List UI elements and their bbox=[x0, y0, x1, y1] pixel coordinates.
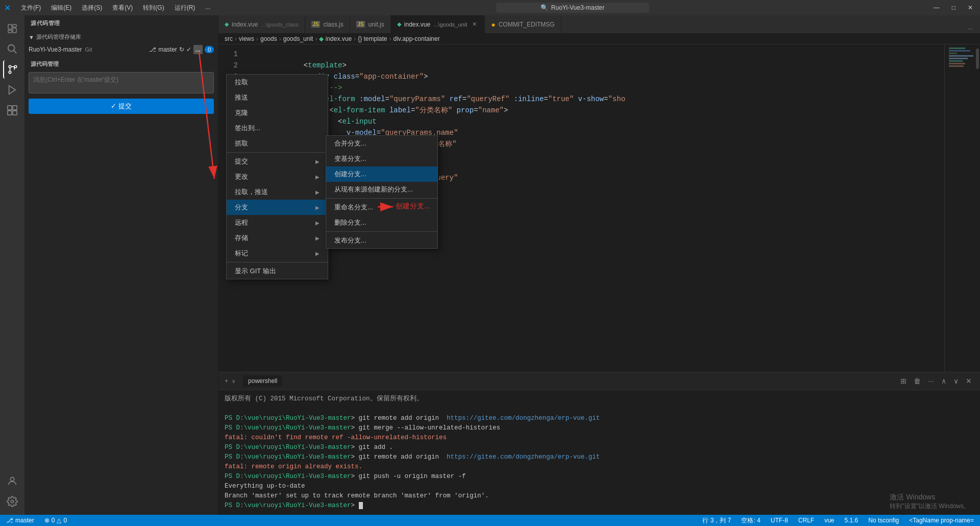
commit-message-input[interactable] bbox=[29, 72, 214, 93]
tab-class-js[interactable]: JS class.js bbox=[305, 15, 350, 33]
commit-button[interactable]: ✓ 提交 bbox=[29, 99, 214, 114]
submenu-item-merge[interactable]: 合并分支... bbox=[326, 136, 437, 151]
submenu-branch: 合并分支... 变基分支... 创建分支... 从现有来源创建新的分支... 重… bbox=[326, 135, 438, 249]
menu-goto[interactable]: 转到(G) bbox=[139, 3, 168, 13]
terminal-actions: ⊞ 🗑 ··· ∧ ∨ ✕ bbox=[898, 376, 974, 386]
menu-item-changes[interactable]: 更改▶ bbox=[227, 169, 328, 184]
status-branch-name: master bbox=[15, 517, 34, 524]
menu-item-fetch[interactable]: 抓取 bbox=[227, 136, 328, 151]
title-bar-search[interactable]: 🔍 RuoYi-Vue3-master bbox=[496, 3, 649, 13]
status-tag[interactable]: <TagName prop-name= bbox=[907, 517, 976, 524]
terminal-line-copyright: 版权所有 (C) 2015 Microsoft Corporation。保留所有… bbox=[225, 394, 974, 404]
title-bar-menu: 文件(F) 编辑(E) 选择(S) 查看(V) 转到(G) 运行(R) ... bbox=[17, 3, 214, 13]
terminal-line-9: Branch 'master' set up to track remote b… bbox=[225, 491, 974, 501]
terminal-tab[interactable]: + ∨ bbox=[225, 377, 239, 385]
terminal-line-6: fatal: remote origin already exists. bbox=[225, 462, 974, 472]
activity-icon-git[interactable] bbox=[3, 60, 21, 79]
tab-index-vue-goods-unit[interactable]: ◆ index.vue ...\goods_unit ✕ bbox=[391, 15, 485, 33]
menu-run[interactable]: 运行(R) bbox=[170, 3, 200, 13]
menu-item-checkout[interactable]: 签出到... bbox=[227, 121, 328, 136]
menu-item-stash[interactable]: 存储▶ bbox=[227, 230, 328, 246]
powershell-tab[interactable]: powershell bbox=[243, 375, 282, 387]
terminal-split-button[interactable]: ⊞ bbox=[898, 376, 909, 386]
menu-item-remote[interactable]: 远程▶ bbox=[227, 215, 328, 230]
menu-file[interactable]: 文件(F) bbox=[17, 3, 45, 13]
tab-icon-js-2: JS bbox=[356, 21, 365, 28]
tab-icon-js-1: JS bbox=[311, 21, 321, 28]
activity-icon-account[interactable] bbox=[3, 472, 21, 490]
submenu-item-rebase[interactable]: 变基分支... bbox=[326, 151, 437, 166]
error-count: 0 bbox=[52, 517, 55, 524]
status-line-ending[interactable]: CRLF bbox=[796, 517, 816, 524]
menu-item-show-git-output[interactable]: 显示 GIT 输出 bbox=[227, 264, 328, 279]
sync-icon[interactable]: ↻ bbox=[179, 46, 184, 53]
menu-more[interactable]: ... bbox=[201, 3, 214, 13]
status-branch[interactable]: ⎇ master bbox=[4, 517, 36, 524]
menu-item-tag[interactable]: 标记▶ bbox=[227, 246, 328, 261]
menu-item-pull[interactable]: 拉取 bbox=[227, 75, 328, 90]
breadcrumb-template[interactable]: {} template bbox=[358, 35, 387, 42]
tab-path-1: ...\goods_class bbox=[261, 21, 298, 28]
terminal-minimize-button[interactable]: ∨ bbox=[951, 376, 961, 386]
tab-label-4: index.vue bbox=[404, 21, 430, 28]
menu-item-branch[interactable]: 分支▶ bbox=[227, 200, 328, 215]
title-bar: ✕ 文件(F) 编辑(E) 选择(S) 查看(V) 转到(G) 运行(R) ..… bbox=[0, 0, 980, 15]
terminal-close-button[interactable]: ✕ bbox=[964, 376, 974, 386]
repo-name: RuoYi-Vue3-master bbox=[29, 46, 82, 53]
tab-close-button[interactable]: ✕ bbox=[470, 20, 478, 29]
status-errors[interactable]: ⊗ 0 △ 0 bbox=[42, 517, 69, 524]
more-options-button[interactable]: ... bbox=[193, 45, 203, 54]
status-tsconfig[interactable]: No tsconfig bbox=[866, 517, 901, 524]
terminal-more-button[interactable]: ··· bbox=[926, 376, 936, 386]
svg-point-4 bbox=[8, 45, 15, 52]
status-spaces[interactable]: 空格: 4 bbox=[739, 516, 762, 525]
sidebar-repos-section[interactable]: ▼ 源代码管理存储库 bbox=[24, 31, 218, 43]
submenu-item-delete[interactable]: 删除分支... bbox=[326, 215, 437, 230]
activity-icon-explorer[interactable] bbox=[3, 19, 21, 38]
submenu-item-create-from[interactable]: 从现有来源创建新的分支... bbox=[326, 182, 437, 197]
terminal-line-7: PS D:\vue\ruoyi\RuoYi-Vue3-master> git p… bbox=[225, 472, 974, 482]
breadcrumb-div-app-container[interactable]: div.app-container bbox=[394, 35, 440, 42]
menu-item-clone[interactable]: 克隆 bbox=[227, 105, 328, 121]
activity-icon-extensions[interactable] bbox=[3, 101, 21, 119]
menu-item-pullpush[interactable]: 拉取，推送▶ bbox=[227, 184, 328, 200]
tab-unit-js[interactable]: JS unit.js bbox=[350, 15, 391, 33]
status-language[interactable]: vue bbox=[822, 517, 836, 524]
close-button[interactable]: ✕ bbox=[965, 3, 976, 12]
submenu-item-publish[interactable]: 发布分支... bbox=[326, 233, 437, 248]
breadcrumb-goods[interactable]: goods bbox=[260, 35, 277, 42]
status-position[interactable]: 行 3，列 7 bbox=[700, 516, 733, 525]
breadcrumb-goods-unit[interactable]: goods_unit bbox=[283, 35, 313, 42]
menu-view[interactable]: 查看(V) bbox=[108, 3, 137, 13]
restore-button[interactable]: □ bbox=[949, 3, 959, 12]
submenu-item-create-branch[interactable]: 创建分支... bbox=[326, 166, 437, 182]
check-icon[interactable]: ✓ bbox=[186, 46, 191, 53]
branch-icon: ⎇ bbox=[149, 46, 156, 53]
breadcrumb-views[interactable]: views bbox=[239, 35, 254, 42]
changes-badge: 0 bbox=[205, 46, 214, 53]
minimize-button[interactable]: — bbox=[930, 3, 943, 12]
breadcrumb-src[interactable]: src bbox=[225, 35, 233, 42]
menu-select[interactable]: 选择(S) bbox=[78, 3, 106, 13]
tab-commit-editmsg[interactable]: ● COMMIT_EDITMSG bbox=[485, 15, 561, 33]
submenu-item-rename[interactable]: 重命名分支... bbox=[326, 200, 437, 215]
status-lang-text: vue bbox=[824, 517, 834, 524]
warning-icon: △ bbox=[57, 517, 61, 524]
terminal-delete-button[interactable]: 🗑 bbox=[912, 376, 923, 386]
menu-edit[interactable]: 编辑(E) bbox=[47, 3, 76, 13]
breadcrumb-index-vue[interactable]: ◆ index.vue bbox=[319, 35, 352, 42]
status-version[interactable]: 5.1.6 bbox=[843, 517, 861, 524]
status-encoding-text: UTF-8 bbox=[771, 517, 788, 524]
repo-row: RuoYi-Vue3-master Git ⎇ master ↻ ✓ ... 0 bbox=[24, 43, 218, 56]
terminal-line-2: PS D:\vue\ruoyi\RuoYi-Vue3-master> git m… bbox=[225, 423, 974, 433]
activity-icon-debug[interactable] bbox=[3, 81, 21, 99]
status-encoding[interactable]: UTF-8 bbox=[769, 517, 790, 524]
activity-icon-settings[interactable] bbox=[3, 492, 21, 511]
tab-icon-vue-2: ◆ bbox=[397, 21, 401, 28]
tab-index-vue-goods-class[interactable]: ◆ index.vue ...\goods_class bbox=[218, 15, 305, 33]
activity-icon-search[interactable] bbox=[3, 40, 21, 58]
tab-more-button[interactable]: ··· bbox=[964, 23, 976, 33]
menu-item-commit[interactable]: 提交▶ bbox=[227, 154, 328, 169]
terminal-maximize-button[interactable]: ∧ bbox=[939, 376, 948, 386]
menu-item-push[interactable]: 推送 bbox=[227, 90, 328, 105]
